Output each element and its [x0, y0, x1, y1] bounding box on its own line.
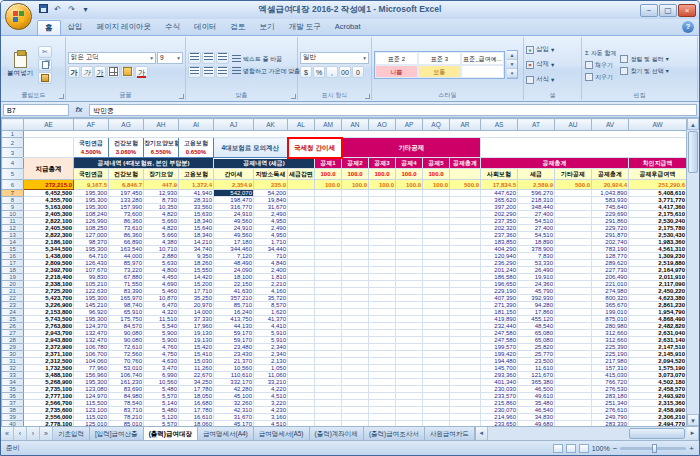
cell-AK8[interactable]: 19,840	[254, 197, 288, 204]
cell-AS21[interactable]: 229,190	[481, 288, 518, 295]
cell-AF24[interactable]: 96,920	[74, 309, 109, 316]
close-button[interactable]: ×	[678, 4, 696, 17]
cell-AJ27[interactable]: 59,170	[214, 330, 254, 337]
cell-AT21[interactable]: 45,790	[518, 288, 555, 295]
cell-AR16[interactable]	[450, 253, 481, 260]
cell-AT34[interactable]: 365,380	[518, 379, 555, 386]
cell-AK24[interactable]: 1,620	[254, 309, 288, 316]
subheader[interactable]: 세금감면	[288, 169, 315, 180]
cell-AV23[interactable]: 365,670	[592, 302, 629, 309]
cell-AP33[interactable]	[396, 372, 423, 379]
deduction-default-value[interactable]: 100.0	[396, 169, 423, 180]
ribbon-tab-7[interactable]: 개발 도구	[282, 20, 328, 35]
undo-button[interactable]: ↶	[51, 4, 64, 17]
cell-AF37[interactable]: 115,500	[74, 400, 109, 407]
cell-AE30[interactable]: 2,371,100	[24, 351, 74, 358]
cell-AS34[interactable]: 401,340	[481, 379, 518, 386]
cell-AI18[interactable]: 15,550	[179, 267, 214, 274]
comma-format-button[interactable]: ,	[326, 66, 338, 78]
cell-AG21[interactable]: 83,390	[109, 288, 144, 295]
cell-AU23[interactable]	[555, 302, 592, 309]
row-header-37[interactable]: 37	[2, 400, 24, 407]
cell-AN39[interactable]	[342, 414, 369, 421]
cell-AK35[interactable]: 4,220	[254, 386, 288, 393]
cell-AH7[interactable]: 12,930	[144, 190, 179, 197]
minimize-button[interactable]: −	[640, 4, 658, 17]
align-right-button[interactable]	[216, 66, 229, 78]
cell-AE16[interactable]: 1,438,000	[24, 253, 74, 260]
cell-AM24[interactable]	[315, 309, 342, 316]
cell-AT14[interactable]: 18,890	[518, 239, 555, 246]
cell-AM31[interactable]	[315, 358, 342, 365]
cell-AH23[interactable]: 6,470	[144, 302, 179, 309]
cell-AN18[interactable]	[342, 267, 369, 274]
column-header-AN[interactable]: AN	[342, 119, 369, 131]
cell-AJ38[interactable]: 42,310	[214, 407, 254, 414]
cell-AO22[interactable]	[369, 295, 396, 302]
cell-AW31[interactable]: 2,094,520	[629, 358, 687, 365]
cell-AG28[interactable]: 90,080	[109, 337, 144, 344]
cell-AU39[interactable]	[555, 414, 592, 421]
column-header-AR[interactable]: AR	[450, 119, 481, 131]
sheet-tab-0[interactable]: 기초입력	[53, 427, 90, 440]
ribbon-tab-4[interactable]: 데이터	[187, 20, 224, 35]
row-header-31[interactable]: 31	[2, 358, 24, 365]
cell-AO16[interactable]	[369, 253, 396, 260]
gallery-down-icon[interactable]: ▼	[507, 60, 517, 69]
cell-AP38[interactable]	[396, 407, 423, 414]
cell-AU9[interactable]	[555, 204, 592, 211]
cell-AG19[interactable]: 67,880	[109, 274, 144, 281]
cell-AK26[interactable]: 4,410	[254, 323, 288, 330]
totals-cell[interactable]: 20,924.4	[592, 180, 629, 190]
cell-AV37[interactable]: 251,340	[592, 400, 629, 407]
cell-AG36[interactable]: 84,980	[109, 393, 144, 400]
column-header-AO[interactable]: AO	[369, 119, 396, 131]
cell-AM36[interactable]	[315, 393, 342, 400]
sheet-tab-6[interactable]: (출력)급여조사서	[364, 427, 425, 440]
cell-AQ11[interactable]	[423, 218, 450, 225]
cell-AQ24[interactable]	[423, 309, 450, 316]
totals-cell[interactable]: 17,834.5	[481, 180, 518, 190]
cell-AU34[interactable]	[555, 379, 592, 386]
totals-cell[interactable]: 235.0	[254, 180, 288, 190]
cell-AQ7[interactable]	[423, 190, 450, 197]
cell-AR30[interactable]	[450, 351, 481, 358]
cell-AO7[interactable]	[369, 190, 396, 197]
cell-AN26[interactable]	[342, 323, 369, 330]
cell-AI10[interactable]: 15,630	[179, 211, 214, 218]
column-header-AV[interactable]: AV	[592, 119, 629, 131]
cell-AO25[interactable]	[369, 316, 396, 323]
cell-AQ39[interactable]	[423, 414, 450, 421]
cell-AE26[interactable]: 2,763,800	[24, 323, 74, 330]
column-header-AS[interactable]: AS	[481, 119, 518, 131]
cell-AM21[interactable]	[315, 288, 342, 295]
sheet-tab-4[interactable]: 급여명세서(A5)	[254, 427, 310, 440]
cell-AW13[interactable]: 2,530,430	[629, 232, 687, 239]
cell-AQ22[interactable]	[423, 295, 450, 302]
cell-AO39[interactable]	[369, 414, 396, 421]
increase-decimal-button[interactable]: 00	[339, 66, 351, 78]
select-all-corner[interactable]	[2, 119, 24, 131]
totals-cell[interactable]	[288, 180, 315, 190]
cell-AL10[interactable]	[288, 211, 315, 218]
header-pay-total[interactable]: 지급총계	[24, 158, 74, 180]
cell-AF12[interactable]: 108,250	[74, 225, 109, 232]
cell-AF21[interactable]: 122,630	[74, 288, 109, 295]
header-deduction-sum[interactable]: 공제총계	[450, 158, 481, 169]
style-item[interactable]: 표준 2	[375, 52, 418, 65]
cell-AP13[interactable]	[396, 232, 423, 239]
style-item[interactable]	[461, 65, 504, 78]
cell-AP36[interactable]	[396, 393, 423, 400]
cell-AG17[interactable]: 85,970	[109, 260, 144, 267]
cell-AG8[interactable]: 133,280	[109, 197, 144, 204]
cell-AR10[interactable]	[450, 211, 481, 218]
cell-AL25[interactable]	[288, 316, 315, 323]
cell-AQ12[interactable]	[423, 225, 450, 232]
row-header-33[interactable]: 33	[2, 372, 24, 379]
cell-AO32[interactable]	[369, 365, 396, 372]
wrap-text-button[interactable]: 텍스트 줄 바꿈	[231, 54, 306, 64]
sheet-tab-3[interactable]: 급여명세서(A4)	[198, 427, 254, 440]
cell-AR19[interactable]	[450, 274, 481, 281]
cell-AF31[interactable]: 104,060	[74, 358, 109, 365]
cell-AR21[interactable]	[450, 288, 481, 295]
